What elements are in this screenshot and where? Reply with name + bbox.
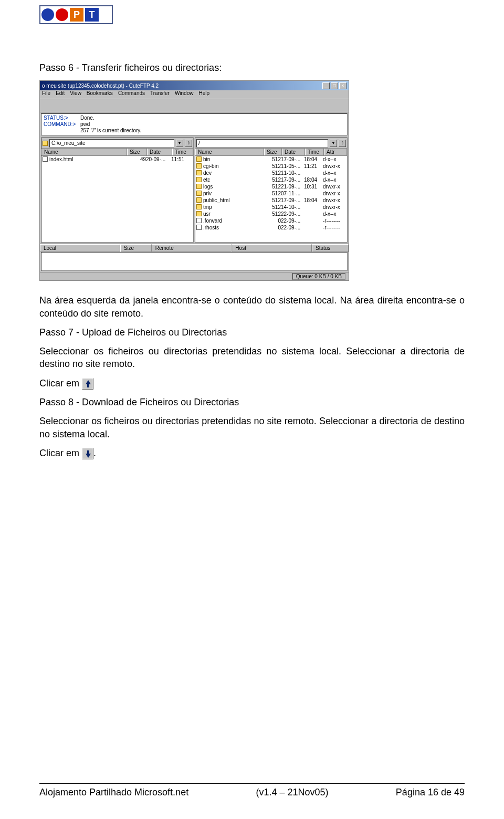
download-icon [82, 448, 93, 459]
col-name[interactable]: Name [195, 149, 264, 155]
queue-col-host[interactable]: Host [232, 244, 312, 252]
queue-col-size[interactable]: Size [120, 244, 152, 252]
window-titlebar: o meu site (up12345.colodehost.pt) - Cut… [40, 81, 349, 90]
step7-text: Seleccionar os ficheiros ou directorias … [39, 345, 465, 371]
toolbar-button[interactable] [66, 100, 77, 111]
toolbar-button[interactable] [213, 100, 224, 111]
list-item[interactable]: .forward022-09-...-r-------- [195, 217, 347, 224]
step7-heading: Passo 7 - Upload de Ficheiros ou Directo… [39, 326, 465, 339]
menu-view[interactable]: View [70, 90, 81, 99]
col-date[interactable]: Date [147, 149, 172, 155]
local-pane: C:\o_meu_site ▼ ⇧ Name Size Date Time in… [41, 138, 194, 243]
close-button[interactable]: × [339, 82, 346, 89]
folder-icon [196, 197, 202, 203]
queue-col-status[interactable]: Status [312, 244, 349, 252]
toolbar-button[interactable] [177, 100, 187, 111]
up-folder-button[interactable]: ⇧ [185, 140, 192, 147]
toolbar-button[interactable] [95, 100, 106, 111]
col-time[interactable]: Time [305, 149, 324, 155]
list-item[interactable]: .rhosts022-09-...-r-------- [195, 224, 347, 231]
queue-area[interactable] [41, 252, 348, 271]
logo-square-t: T [85, 8, 99, 22]
menu-window[interactable]: Window [175, 90, 194, 99]
list-item: index.html 49 20-09-... 11:51 [41, 156, 193, 163]
menubar: File Edit View Bookmarks Commands Transf… [40, 90, 349, 99]
logo-square-p: P [70, 8, 83, 22]
minimize-button[interactable]: _ [322, 82, 330, 89]
menu-edit[interactable]: Edit [56, 90, 65, 99]
file-icon [43, 156, 48, 162]
col-time[interactable]: Time [172, 149, 193, 155]
step8-heading: Passo 8 - Download de Ficheiros ou Direc… [39, 396, 465, 408]
footer-center: (v1.4 – 21Nov05) [256, 787, 328, 798]
list-item[interactable]: logs51221-09-...10:31drwxr-x [195, 183, 347, 190]
col-date[interactable]: Date [282, 149, 305, 155]
up-folder-button[interactable]: ⇧ [339, 140, 346, 147]
menu-transfer[interactable]: Transfer [150, 90, 170, 99]
status-log: STATUS:>Done. COMMAND:>pwd 257 "/" is cu… [41, 113, 348, 135]
logo-dot-red [56, 8, 68, 21]
toolbar-button[interactable] [42, 100, 52, 111]
step6-heading: Passo 6 - Transferir ficheiros ou direct… [39, 61, 465, 74]
menu-commands[interactable]: Commands [118, 90, 145, 99]
menu-file[interactable]: File [42, 90, 50, 99]
footer-right: Página 16 de 49 [396, 787, 465, 798]
menu-help[interactable]: Help [198, 90, 209, 99]
remote-path-combo[interactable]: / [196, 139, 328, 148]
col-attr[interactable]: Attr [324, 149, 347, 155]
toolbar-button[interactable] [189, 100, 200, 111]
list-item[interactable]: dev51211-10-...d-x--x [195, 170, 347, 176]
click-line-1: Clicar em [39, 377, 465, 390]
folder-icon [196, 204, 202, 209]
col-name[interactable]: Name [41, 149, 127, 155]
toolbar-button[interactable] [78, 100, 89, 111]
folder-icon [196, 163, 202, 169]
status-value: Done. [80, 115, 94, 121]
queue-status: Queue: 0 KB / 0 KB [292, 273, 345, 280]
file-icon [196, 225, 202, 230]
local-path-combo[interactable]: C:\o_meu_site [49, 139, 174, 148]
command-value: pwd [80, 121, 90, 127]
command-response: 257 "/" is current directory. [80, 128, 141, 133]
toolbar-button[interactable] [54, 100, 65, 111]
col-size[interactable]: Size [264, 149, 282, 155]
folder-icon [43, 141, 48, 146]
dropdown-icon[interactable]: ▼ [330, 140, 337, 147]
step6-text: Na área esquerda da janela encontra-se o… [39, 294, 465, 320]
toolbar-button[interactable] [201, 100, 212, 111]
toolbar-button[interactable] [107, 100, 118, 111]
col-size[interactable]: Size [127, 149, 147, 155]
list-item[interactable]: bin51217-09-...18:04d-x--x [195, 156, 347, 163]
folder-icon [196, 156, 202, 162]
maximize-button[interactable]: □ [331, 82, 338, 89]
toolbar-button[interactable] [119, 100, 130, 111]
queue-col-remote[interactable]: Remote [152, 244, 232, 252]
brand-logo: P T [39, 5, 113, 24]
status-label: STATUS:> [44, 115, 80, 121]
list-item[interactable]: usr51222-09-...d-x--x [195, 211, 347, 217]
queue-headers: Local Size Remote Host Status [40, 244, 349, 252]
folder-icon [196, 191, 202, 196]
list-item[interactable]: cgi-bin51211-05-...11:21drwxr-x [195, 163, 347, 170]
local-file-list[interactable]: index.html 49 20-09-... 11:51 [41, 156, 193, 242]
folder-icon [196, 211, 202, 216]
dropdown-icon[interactable]: ▼ [176, 140, 183, 147]
list-item[interactable]: tmp51214-10-...drwxr-x [195, 204, 347, 211]
step8-text: Seleccionar os ficheiros ou directorias … [39, 415, 465, 440]
folder-icon [196, 170, 202, 175]
toolbar-button[interactable] [148, 100, 159, 111]
remote-pane: / ▼ ⇧ Name Size Date Time Attr bin51217-… [195, 138, 348, 243]
remote-file-list[interactable]: bin51217-09-...18:04d-x--xcgi-bin51211-0… [195, 156, 347, 242]
click-line-2: Clicar em . [39, 447, 465, 459]
toolbar [40, 99, 349, 112]
list-item[interactable]: priv51207-11-...drwxr-x [195, 190, 347, 197]
toolbar-button[interactable] [165, 100, 175, 111]
logo-dot-blue [41, 8, 54, 21]
toolbar-button[interactable] [136, 100, 146, 111]
list-item[interactable]: public_html51217-09-...18:04drwxr-x [195, 197, 347, 204]
upload-icon [82, 378, 93, 390]
file-icon [196, 218, 202, 223]
menu-bookmarks[interactable]: Bookmarks [87, 90, 113, 99]
queue-col-local[interactable]: Local [40, 244, 120, 252]
list-item[interactable]: etc51217-09-...18:04d-x--x [195, 176, 347, 183]
